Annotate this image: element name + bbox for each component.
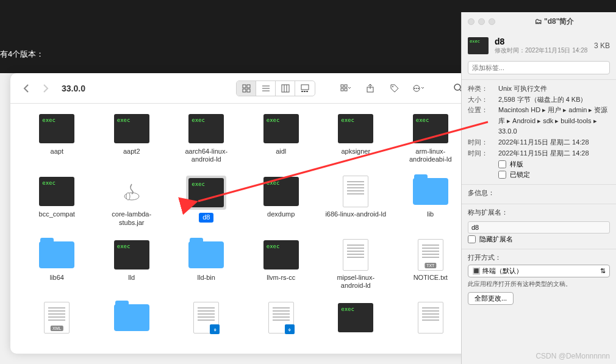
app-select[interactable]: 🔳 终端（默认）⇅ [468,265,610,277]
file-label: llvm-rs-cc [267,274,295,282]
icon-view-button[interactable] [237,81,256,96]
vscode-doc-icon: ⬨ [193,302,219,334]
change-all-button[interactable]: 全部更改... [468,292,514,305]
file-label: apksigner [341,148,370,155]
file-item[interactable]: ⬨ [172,302,241,337]
kind-value: Unix 可执行文件 [498,84,610,95]
group-button[interactable] [337,81,355,96]
info-header: exec d8 修改时间：2022年11月15日 14:28 3 KB [462,30,616,61]
svg-rect-16 [341,88,343,91]
file-item[interactable]: execbcc_compat [23,176,91,226]
openwith-head[interactable]: 打开方式： [468,253,610,262]
file-item[interactable]: mipsel-linux-android-ld [321,239,390,290]
view-mode-group [236,80,315,96]
svg-rect-7 [282,85,289,92]
folder-icon [188,241,224,268]
back-button[interactable] [20,82,33,95]
file-label: d8 [199,213,213,222]
svg-rect-1 [247,85,250,88]
file-item[interactable]: execaapt2 [98,113,167,163]
tags-field[interactable] [468,61,610,74]
stationery-checkbox[interactable]: 样版 [498,160,610,169]
exec-icon: exec [263,114,299,143]
where-value: Macintosh HD ▸ 用户 ▸ admin ▸ 资源库 ▸ Androi… [498,105,610,137]
moreinfo-head[interactable]: 多信息： [468,188,610,198]
file-label: lib64 [50,274,64,282]
file-item[interactable]: execaarch64-linux-android-ld [172,113,241,163]
folder-icon [413,178,448,205]
minimize-dot[interactable] [478,18,485,25]
file-item[interactable] [396,302,465,337]
file-label: dexdump [267,210,295,218]
locked-checkbox[interactable]: 已锁定 [498,170,610,179]
file-item[interactable]: execarm-linux-androideabi-ld [396,113,465,163]
file-item[interactable] [98,302,167,337]
zoom-dot[interactable] [489,18,495,25]
gallery-view-button[interactable] [295,81,315,96]
name-input[interactable] [468,221,610,234]
file-item[interactable]: XML [23,302,91,337]
close-dot[interactable] [468,18,475,25]
xml-icon: XML [44,302,70,334]
file-item[interactable]: core-lambda-stubs.jar [98,176,167,226]
nameext-head[interactable]: 称与扩展名： [468,208,610,217]
file-item[interactable]: execaapt [23,113,91,163]
file-label: aidl [276,148,286,155]
svg-rect-11 [301,91,303,92]
svg-point-23 [418,88,419,89]
traffic-lights[interactable] [468,18,495,25]
modified-label: 时间： [468,148,498,159]
exec-icon: exec [338,114,373,143]
file-item[interactable]: lib [396,176,465,226]
tag-button[interactable] [385,81,404,96]
info-size: 3 KB [594,41,610,50]
file-item[interactable]: execllvm-rs-cc [247,239,316,290]
file-label: lld [128,274,135,282]
info-file-name: d8 [495,37,588,46]
svg-rect-0 [243,85,246,88]
general-section: 种类：Unix 可执行文件 大小：2,598 字节（磁盘上的 4 KB） 位置：… [462,79,616,184]
svg-rect-17 [345,88,347,91]
file-item[interactable]: execaidl [247,113,316,163]
share-button[interactable] [361,81,379,96]
file-item[interactable]: lld-bin [172,239,241,290]
bytes-value: 2,598 字节（磁盘上的 4 KB） [498,95,610,105]
hideext-checkbox[interactable]: 隐藏扩展名 [468,235,610,244]
exec-icon: exec [114,240,149,269]
file-item[interactable]: execlld [98,239,167,290]
list-view-button[interactable] [256,81,276,96]
version-text: 有4个版本： [0,49,44,60]
folder-icon [39,241,74,268]
doc-icon [343,176,368,207]
file-item[interactable]: ⬨ [247,302,316,337]
where-label: 位置： [468,105,498,137]
folder-title: 33.0.0 [62,84,85,93]
exec-icon: exec [188,178,224,207]
exec-icon: exec [413,114,448,143]
file-item[interactable]: TXTNOTICE.txt [396,239,465,290]
file-label: NOTICE.txt [414,274,448,282]
file-item[interactable]: execapksigner [321,113,390,163]
chevron-updown-icon: ⇅ [600,267,606,275]
exec-icon: exec [263,240,299,269]
bytes-label: 大小： [468,95,498,105]
file-item[interactable]: exec [321,302,390,337]
svg-point-19 [392,86,393,87]
tags-input[interactable] [468,61,610,74]
file-item[interactable]: execd8 [172,176,241,226]
column-view-button[interactable] [276,81,295,96]
file-item[interactable]: lib64 [23,239,91,290]
exec-icon: exec [39,114,74,143]
exec-icon: exec [188,114,224,143]
action-button[interactable] [410,81,428,96]
forward-button[interactable] [39,82,52,95]
nameext-section: 称与扩展名： 隐藏扩展名 [462,204,616,249]
file-label: mipsel-linux-android-ld [325,274,386,290]
file-label: bcc_compat [39,210,75,218]
file-item[interactable]: i686-linux-android-ld [321,176,390,226]
file-grid: execaaptexecaapt2execaarch64-linux-andro… [10,104,477,346]
file-item[interactable]: execdexdump [247,176,316,226]
svg-point-24 [454,84,460,90]
info-window-title: 🗂 "d8"简介 [499,16,610,27]
vscode-doc-icon: ⬨ [268,302,294,334]
